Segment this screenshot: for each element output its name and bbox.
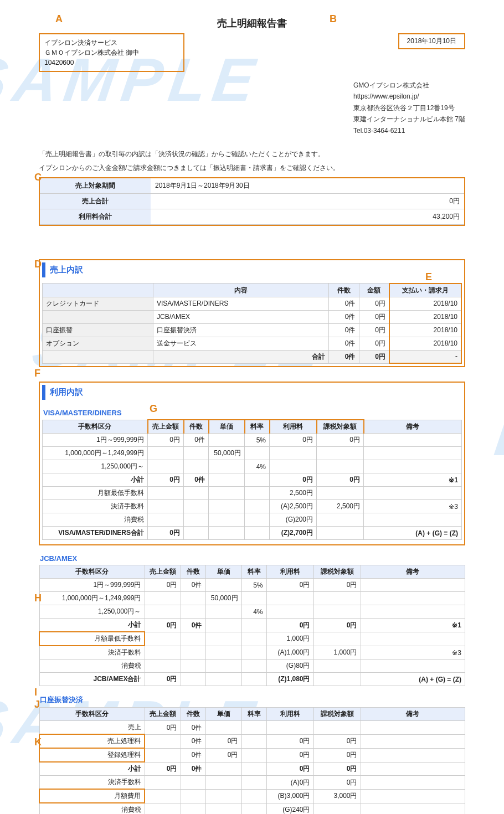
- cell-sales: [145, 605, 181, 619]
- col-sales: 売上金額: [145, 565, 181, 579]
- cell-rate: 4%: [241, 605, 266, 619]
- cell-category: [43, 310, 153, 323]
- cell-feecat: 1,000,000円～1,249,999円: [43, 447, 148, 460]
- cell-count: 0件: [181, 721, 205, 735]
- cell-note: [361, 605, 465, 619]
- col-unit: 単価: [205, 708, 241, 721]
- cell-tax: 0円: [317, 434, 364, 447]
- col-note: 備考: [364, 420, 462, 434]
- usage-heading: 利用内訳: [42, 385, 462, 400]
- col-count: 件数: [184, 420, 209, 434]
- usage-group-heading: JCB/AMEX: [40, 554, 465, 563]
- cell-rate: [241, 748, 266, 762]
- cell-month: 2018/10: [389, 323, 461, 337]
- col-tax: 課税対象額: [313, 708, 361, 721]
- cell-feecat: 登録処理料: [39, 748, 145, 762]
- cell-unit: [205, 579, 241, 592]
- table-subtotal-row: 小計0円0件0円0円: [39, 762, 465, 776]
- cell-month: 2018/10: [389, 297, 461, 310]
- col-unit: 単価: [205, 565, 241, 579]
- table-row: 決済手数料(A)2,500円2,500円※3: [43, 500, 462, 513]
- table-subtotal-row: 小計0円0件0円0円※1: [39, 619, 465, 632]
- summary-fee-label: 利用料合計: [40, 209, 151, 224]
- cell-feecat: 売上処理料: [39, 734, 145, 748]
- issuer-tel: Tel.03-3464-6211: [353, 125, 465, 136]
- table-row: 1,000,000円～1,249,999円50,000円: [39, 592, 465, 605]
- note-2: イプシロンからのご入金金額/ご請求金額につきましては「振込明細書・請求書」をご確…: [39, 163, 465, 173]
- cell-total-count: 0件: [328, 350, 359, 363]
- usage-table: 手数料区分売上金額件数単価料率利用料課税対象額備考1円～999,999円0円0件…: [42, 419, 462, 540]
- sales-breakdown-heading: 売上内訳: [42, 262, 462, 277]
- cell-fee: [270, 447, 317, 460]
- table-total-row: JCB/AMEX合計0円(Z)1,080円(A) + (G) = (Z): [39, 673, 465, 686]
- marker-f: F: [34, 368, 40, 379]
- cell-fee: [270, 460, 317, 473]
- cell-rate: [241, 721, 266, 735]
- usage-group-heading: 口座振替決済: [40, 695, 465, 705]
- col-count: 件数: [181, 565, 205, 579]
- issuer-addr2: 東建インターナショナルビル本館 7階: [353, 114, 465, 125]
- cell-feecat: 1,250,000円～: [39, 605, 145, 619]
- cell-count: [184, 460, 209, 473]
- cell-rate: 4%: [245, 460, 270, 473]
- summary-table: 売上対象期間 2018年9月1日～2018年9月30日 売上合計 0円 利用料合…: [40, 178, 464, 225]
- cell-amount: 0円: [359, 337, 389, 350]
- cell-unit: 0円: [205, 748, 241, 762]
- summary-box: 売上対象期間 2018年9月1日～2018年9月30日 売上合計 0円 利用料合…: [39, 177, 465, 226]
- table-row: 決済手数料(A)0円0円: [39, 776, 465, 790]
- col-fee: 利用料: [270, 420, 317, 434]
- recipient-line3: 10420600: [44, 58, 139, 68]
- table-row: JCB/AMEX0件0円2018/10: [43, 310, 462, 323]
- summary-period-value: 2018年9月1日～2018年9月30日: [151, 178, 464, 194]
- cell-feecat: 1,000,000円～1,249,999円: [39, 592, 145, 605]
- table-row: 1,250,000円～4%: [43, 460, 462, 473]
- usage-table: 手数料区分売上金額件数単価料率利用料課税対象額備考売上0円0件売上処理料0件0円…: [39, 707, 465, 814]
- table-row: 消費税(G)80円: [39, 660, 465, 673]
- col-tax: 課税対象額: [317, 420, 364, 434]
- cell-tax: [317, 447, 364, 460]
- issuer-addr1: 東京都渋谷区渋谷２丁目12番19号: [353, 102, 465, 114]
- cell-feecat: 1円～999,999円: [39, 579, 145, 592]
- cell-count: 0件: [181, 734, 205, 748]
- table-row: 売上0円0件: [39, 721, 465, 735]
- cell-count: 0件: [184, 434, 209, 447]
- cell-count: [184, 447, 209, 460]
- cell-rate: [241, 592, 266, 605]
- table-row: 消費税(G)200円: [43, 513, 462, 527]
- cell-count: [181, 592, 205, 605]
- cell-count: 0件: [328, 310, 359, 323]
- cell-fee: [266, 592, 313, 605]
- col-count: 件数: [181, 708, 205, 721]
- col-rate: 料率: [241, 565, 266, 579]
- cell-content: VISA/MASTER/DINERS: [153, 297, 329, 310]
- cell-sales: [145, 748, 181, 762]
- table-row: 月額最低手数料1,000円: [39, 632, 465, 646]
- table-row: 決済手数料(A)1,000円1,000円※3: [39, 646, 465, 660]
- col-sales: 売上金額: [148, 420, 184, 434]
- issuer-block: GMOイプシロン株式会社 https://www.epsilon.jp/ 東京都…: [353, 80, 465, 136]
- cell-month: 2018/10: [389, 310, 461, 323]
- cell-unit: 0円: [205, 734, 241, 748]
- cell-tax: [313, 605, 361, 619]
- col-content: 内容: [153, 284, 329, 297]
- cell-note: [361, 721, 465, 735]
- cell-count: 0件: [181, 579, 205, 592]
- table-row: 消費税(G)240円: [39, 803, 465, 814]
- cell-rate: 5%: [245, 434, 270, 447]
- table-row: 登録処理料0件0円0円0円: [39, 748, 465, 762]
- table-row: オプション送金サービス0件0円2018/10: [43, 337, 462, 350]
- issuer-url: https://www.epsilon.jp/: [353, 91, 465, 102]
- cell-sales: [145, 734, 181, 748]
- marker-i: I: [34, 687, 37, 698]
- cell-unit: 50,000円: [209, 447, 245, 460]
- col-fee: 利用料: [266, 565, 313, 579]
- recipient-line2: ＧＭＯイプシロン株式会社 御中: [44, 48, 139, 58]
- cell-note: [364, 460, 462, 473]
- table-total-row: 合計0件0円-: [43, 350, 462, 363]
- cell-note: [361, 579, 465, 592]
- cell-content: 送金サービス: [153, 337, 329, 350]
- cell-feecat: 1円～999,999円: [43, 434, 148, 447]
- cell-sales: [148, 460, 184, 473]
- cell-category: クレジットカード: [43, 297, 153, 310]
- col-feecat: 手数料区分: [39, 708, 145, 721]
